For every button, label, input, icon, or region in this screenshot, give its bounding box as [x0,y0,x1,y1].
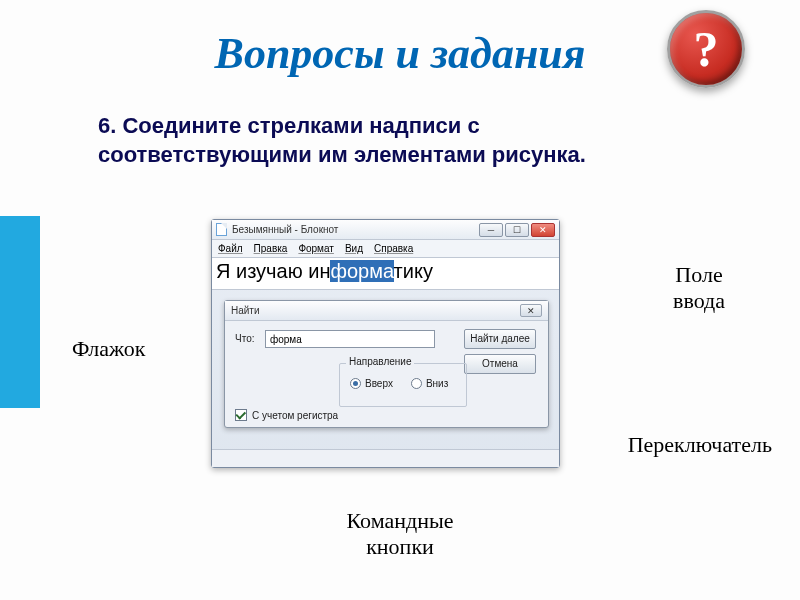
maximize-button[interactable]: ☐ [505,223,529,237]
dialog-close-button[interactable]: ✕ [520,304,542,317]
find-title-text: Найти [231,305,260,316]
notepad-titlebar[interactable]: Безымянный - Блокнот ─ ☐ ✕ [212,220,559,240]
sidebar-accent [0,216,40,408]
question-badge: ? [667,10,745,88]
menu-format[interactable]: Формат [298,243,334,254]
minimize-button[interactable]: ─ [479,223,503,237]
menu-help[interactable]: Справка [374,243,413,254]
label-input-field: Поле ввода [654,262,744,314]
label-switch: Переключатель [628,432,772,458]
match-case-checkbox[interactable]: С учетом регистра [235,409,338,421]
menu-edit[interactable]: Правка [254,243,288,254]
find-titlebar[interactable]: Найти ✕ [225,301,548,321]
find-dialog: Найти ✕ Что: Найти далее Отмена Направле… [224,300,549,428]
menu-view[interactable]: Вид [345,243,363,254]
document-icon [216,223,227,236]
radio-icon [350,378,361,389]
find-what-input[interactable] [265,330,435,348]
selected-text: форма [330,260,393,282]
radio-up[interactable]: Вверх [350,378,393,389]
task-text: 6. Соедините стрелками надписи с соответ… [98,112,638,169]
notepad-window: Безымянный - Блокнот ─ ☐ ✕ Файл Правка Ф… [211,219,560,468]
menubar: Файл Правка Формат Вид Справка [212,240,559,258]
match-case-label: С учетом регистра [252,410,338,421]
find-next-button[interactable]: Найти далее [464,329,536,349]
statusbar [212,449,559,467]
menu-file[interactable]: Файл [218,243,243,254]
radio-icon [411,378,422,389]
find-what-label: Что: [235,333,254,344]
direction-label: Направление [346,356,414,367]
cancel-button[interactable]: Отмена [464,354,536,374]
editor-text-area[interactable]: Я изучаю информатику [212,258,559,290]
label-flag: Флажок [72,336,145,362]
notepad-title-text: Безымянный - Блокнот [232,224,338,235]
close-button[interactable]: ✕ [531,223,555,237]
direction-groupbox: Направление Вверх Вниз [339,363,467,407]
radio-down[interactable]: Вниз [411,378,448,389]
label-command-buttons: Командные кнопки [0,508,800,560]
checkbox-icon [235,409,247,421]
question-mark-icon: ? [694,20,719,78]
